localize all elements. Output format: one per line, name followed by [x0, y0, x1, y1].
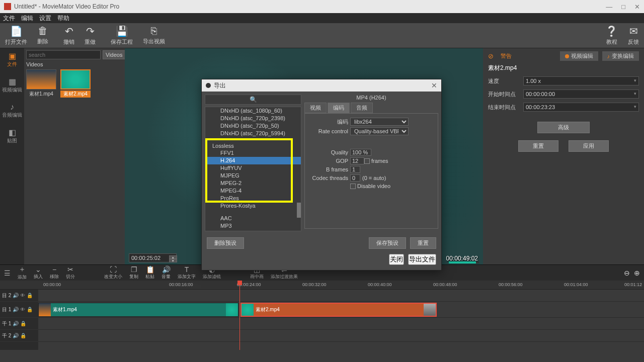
- preset-group-lossless[interactable]: Lossless: [205, 142, 301, 149]
- timeline-text-button[interactable]: T添加文字: [178, 265, 196, 280]
- timeline-copy-button[interactable]: ❐复制: [129, 265, 138, 280]
- encode-tab-encode[interactable]: 编码: [328, 103, 350, 113]
- close-window-button[interactable]: ✕: [634, 3, 640, 11]
- sidebar-tab-sticker[interactable]: ◧贴图: [7, 128, 17, 144]
- track-header-v2[interactable]: 目 2🔊👁🔒: [0, 290, 38, 302]
- timeline-volume-button[interactable]: 🔊音量: [162, 265, 171, 280]
- dialog-close-button2[interactable]: 关闭: [389, 254, 404, 265]
- chevron-down-icon: ⌄: [35, 265, 41, 274]
- encode-tab-video[interactable]: 视频: [304, 103, 327, 113]
- rate-control-select[interactable]: Quality-based VBR: [350, 127, 409, 135]
- preset-list[interactable]: DNxHD (atsc_1080p_60) DNxHD (atsc_720p_2…: [205, 107, 301, 231]
- media-thumb-1[interactable]: 素材1.mp4: [26, 69, 56, 98]
- delete-preset-button[interactable]: 删除预设: [207, 237, 244, 249]
- track-headers: 目 2🔊👁🔒 目 1🔊👁🔒 千 1🔊🔒 千 2🔊🔒: [0, 281, 38, 350]
- media-thumb-2[interactable]: 素材2.mp4: [60, 69, 91, 98]
- timeline-remove-button[interactable]: −移除: [50, 265, 59, 280]
- preset-item[interactable]: AAC: [205, 215, 301, 222]
- preset-item[interactable]: DNxHD (atsc_720p_50): [205, 122, 301, 130]
- playhead[interactable]: [239, 281, 240, 350]
- preset-item[interactable]: ProRes: [205, 195, 301, 202]
- dialog-icon: [206, 83, 211, 88]
- menu-settings[interactable]: 设置: [39, 14, 51, 23]
- save-preset-button[interactable]: 保存预设: [369, 237, 406, 249]
- feedback-button[interactable]: ✉反馈: [628, 25, 639, 46]
- preset-item[interactable]: MP3: [205, 222, 301, 230]
- timeline-resize-button[interactable]: ⛶改变大小: [104, 265, 122, 280]
- start-time-input[interactable]: 00:00:00:00: [523, 89, 639, 99]
- clip-1[interactable]: 素材1.mp4: [38, 303, 238, 317]
- undo-button[interactable]: ↶撤销: [63, 25, 74, 46]
- menu-file[interactable]: 文件: [3, 14, 15, 23]
- sidebar-tab-video[interactable]: ▦视频编辑: [2, 77, 22, 94]
- timeline-add-button[interactable]: ＋添加: [18, 265, 27, 281]
- timecode-spinner[interactable]: ▴▾: [169, 255, 177, 262]
- timeline-split-button[interactable]: ✂切分: [66, 265, 75, 280]
- preset-item[interactable]: DNxHD (atsc_1080p_60): [205, 107, 301, 115]
- dialog-reset-button[interactable]: 重置: [410, 237, 436, 249]
- zoom-in-button[interactable]: ⊕: [634, 269, 640, 277]
- preset-item[interactable]: Ogg Vorbis: [205, 230, 301, 231]
- maximize-button[interactable]: □: [621, 3, 625, 11]
- timeline-ruler[interactable]: 00:00:00 00:00:16:00 00:00:24:00 00:00:3…: [38, 281, 644, 290]
- disable-video-checkbox[interactable]: [350, 184, 356, 189]
- speed-input[interactable]: 1.00 x: [523, 76, 639, 85]
- open-file-button[interactable]: 📄打开文件: [5, 25, 27, 46]
- minimize-button[interactable]: —: [606, 3, 612, 11]
- props-tab-params[interactable]: ♪变换编辑: [602, 51, 639, 61]
- save-project-button[interactable]: 💾保存工程: [111, 25, 133, 46]
- menu-help[interactable]: 帮助: [57, 14, 69, 23]
- threads-input[interactable]: [350, 174, 360, 182]
- preset-item-selected[interactable]: H.264: [205, 157, 301, 164]
- gop-input[interactable]: [350, 157, 364, 164]
- preset-item[interactable]: MJPEG: [205, 172, 301, 179]
- track-a2[interactable]: [38, 330, 644, 342]
- reset-button[interactable]: 重置: [518, 140, 558, 152]
- redo-button[interactable]: ↷重做: [85, 25, 96, 46]
- track-header-a1[interactable]: 千 1🔊🔒: [0, 318, 38, 330]
- sidebar-tab-files[interactable]: ▣文件: [7, 51, 17, 68]
- props-tab-video[interactable]: 视频编辑: [560, 51, 598, 61]
- clip-2[interactable]: 素材2.mp4: [240, 303, 437, 317]
- preset-scrollbar[interactable]: [297, 203, 301, 218]
- clip-thumb: [226, 303, 238, 316]
- preset-search-input[interactable]: 🔍: [205, 95, 301, 105]
- preset-item[interactable]: DNxHD (atsc_720p_2398): [205, 115, 301, 122]
- timeline-menu-button[interactable]: ☰: [4, 269, 11, 277]
- sidebar-tab-audio[interactable]: ♪音频编辑: [2, 103, 22, 119]
- end-time-input[interactable]: 00:00:23:23: [523, 103, 639, 112]
- preset-item[interactable]: DNxHD (atsc_720p_5994): [205, 130, 301, 137]
- preset-item[interactable]: Prores-Kostya: [205, 202, 301, 210]
- gop-checkbox[interactable]: [364, 158, 370, 164]
- preset-item[interactable]: HuffYUV: [205, 164, 301, 172]
- dialog-titlebar[interactable]: 导出 ✕: [202, 79, 441, 92]
- advanced-button[interactable]: 高级: [537, 122, 590, 133]
- preset-item[interactable]: MPEG-4: [205, 187, 301, 195]
- timeline-paste-button[interactable]: 📋粘贴: [145, 265, 154, 280]
- start-time-label: 开始时间点: [488, 90, 523, 98]
- track-v1[interactable]: 素材1.mp4 素材2.mp4: [38, 302, 644, 318]
- track-header-a2[interactable]: 千 2🔊🔒: [0, 330, 38, 342]
- tutorial-button[interactable]: ❔教程: [605, 25, 618, 46]
- media-search-input[interactable]: [26, 50, 101, 59]
- dialog-close-button[interactable]: ✕: [431, 81, 437, 89]
- bframes-input[interactable]: [350, 166, 360, 173]
- undo-icon: ↶: [65, 25, 73, 37]
- preset-item[interactable]: FFV1: [205, 149, 301, 157]
- zoom-out-button[interactable]: ⊖: [624, 269, 630, 277]
- timeline-insert-button[interactable]: ⌄插入: [34, 265, 43, 280]
- apply-button[interactable]: 应用: [569, 140, 609, 152]
- export-video-button[interactable]: ⎘导出视频: [143, 25, 165, 46]
- export-file-button[interactable]: 导出文件: [408, 254, 436, 265]
- delete-button[interactable]: 🗑删除: [37, 25, 48, 46]
- track-a1[interactable]: [38, 318, 644, 330]
- preset-item[interactable]: MPEG-2: [205, 179, 301, 187]
- track-header-v1[interactable]: 目 1🔊👁🔒: [0, 302, 38, 318]
- preview-progress-bar[interactable]: [449, 261, 479, 263]
- codec-select[interactable]: libx264: [350, 118, 409, 126]
- quality-input[interactable]: [350, 149, 371, 156]
- encode-tab-audio[interactable]: 音频: [351, 103, 373, 113]
- menu-edit[interactable]: 编辑: [21, 14, 33, 23]
- track-area[interactable]: 00:00:00 00:00:16:00 00:00:24:00 00:00:3…: [38, 281, 644, 350]
- track-v2[interactable]: [38, 290, 644, 302]
